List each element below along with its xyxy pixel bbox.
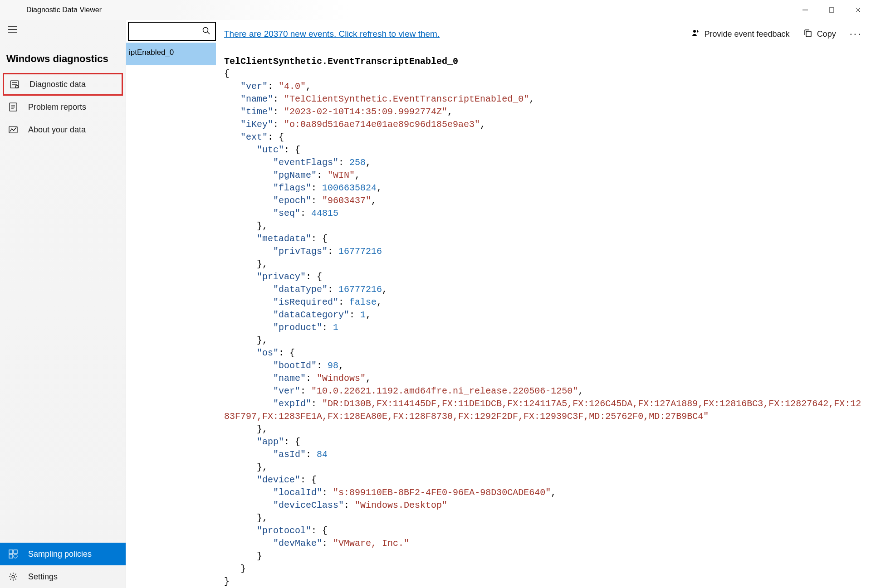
sidebar-item-problem-reports[interactable]: Problem reports xyxy=(0,96,126,118)
feedback-button[interactable]: Provide event feedback xyxy=(691,29,790,40)
sidebar-item-diagnostic-data[interactable]: Diagnostic data xyxy=(3,73,123,96)
svg-line-22 xyxy=(207,32,210,34)
sidebar-item-label: Settings xyxy=(28,572,58,582)
copy-label: Copy xyxy=(817,29,836,39)
copy-icon xyxy=(803,29,812,40)
sidebar-item-settings[interactable]: Settings xyxy=(0,565,126,588)
close-button[interactable] xyxy=(845,0,871,20)
sampling-policies-icon xyxy=(8,549,18,559)
svg-rect-16 xyxy=(9,550,13,554)
event-list-item-selected[interactable]: iptEnabled_0 xyxy=(126,43,216,65)
sidebar-item-label: Problem reports xyxy=(28,102,86,112)
sidebar-item-about-your-data[interactable]: About your data xyxy=(0,118,126,141)
problem-reports-icon xyxy=(8,102,18,112)
window-controls xyxy=(792,0,871,20)
json-viewer: { "ver": "4.0", "name": "TelClientSynthe… xyxy=(224,68,865,588)
more-button[interactable]: ··· xyxy=(850,28,865,40)
sidebar-item-label: Sampling policies xyxy=(28,549,92,559)
copy-button[interactable]: Copy xyxy=(803,29,836,40)
about-data-icon xyxy=(8,125,18,135)
sidebar-item-sampling-policies[interactable]: Sampling policies xyxy=(0,543,126,565)
svg-point-20 xyxy=(12,575,15,578)
sidebar-item-label: Diagnostic data xyxy=(29,80,86,89)
content-pane: There are 20370 new events. Click refres… xyxy=(216,20,871,588)
titlebar: Diagnostic Data Viewer xyxy=(0,0,871,20)
svg-point-19 xyxy=(14,554,17,558)
event-title: TelClientSynthetic.EventTranscriptEnable… xyxy=(224,48,865,68)
maximize-button[interactable] xyxy=(818,0,845,20)
sidebar-heading: Windows diagnostics xyxy=(0,40,126,73)
svg-rect-17 xyxy=(14,550,17,554)
feedback-label: Provide event feedback xyxy=(705,29,790,39)
minimize-button[interactable] xyxy=(792,0,818,20)
feedback-icon xyxy=(691,29,700,40)
sidebar-item-label: About your data xyxy=(28,125,86,135)
window-title: Diagnostic Data Viewer xyxy=(0,6,102,14)
search-icon xyxy=(202,27,210,36)
refresh-link[interactable]: There are 20370 new events. Click refres… xyxy=(224,29,440,39)
svg-point-21 xyxy=(203,27,208,32)
gear-icon xyxy=(8,572,18,582)
search-input[interactable] xyxy=(128,22,216,41)
svg-point-10 xyxy=(15,85,18,88)
diagnostic-data-icon xyxy=(10,79,20,89)
svg-rect-24 xyxy=(806,31,811,37)
svg-rect-18 xyxy=(9,554,13,558)
hamburger-button[interactable] xyxy=(0,20,126,40)
svg-point-23 xyxy=(693,30,696,33)
sidebar: Windows diagnostics Diagnostic data Prob… xyxy=(0,20,126,588)
event-list: iptEnabled_0 xyxy=(126,20,216,588)
svg-rect-1 xyxy=(829,8,834,12)
